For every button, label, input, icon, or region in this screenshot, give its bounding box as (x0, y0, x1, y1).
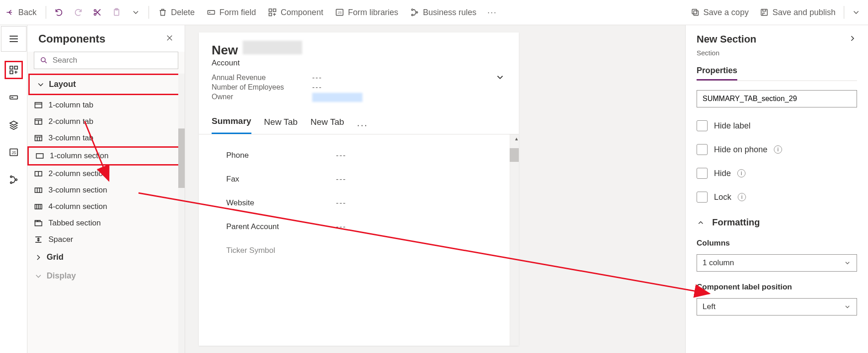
form-card[interactable]: New Account Annual Revenue --- Number of… (199, 32, 519, 346)
label-position-select[interactable]: Left (697, 298, 857, 316)
rail-tree[interactable] (5, 116, 23, 134)
rail-js[interactable]: JS (5, 143, 23, 161)
checkbox[interactable] (697, 168, 708, 179)
cut-button[interactable] (88, 5, 107, 20)
save-publish-button[interactable]: Save and publish (754, 5, 841, 20)
svg-rect-26 (35, 102, 42, 108)
hamburger-button[interactable] (1, 26, 27, 52)
group-display[interactable]: Display (27, 267, 185, 285)
check-hide-phone[interactable]: Hide on phone i (697, 144, 857, 155)
columns-value: 1 column (703, 258, 734, 267)
item-3-column-tab[interactable]: 3-column tab (27, 130, 185, 146)
field-ticker[interactable]: Ticker Symbol (199, 239, 519, 262)
label-position-label: Component label position (697, 283, 857, 292)
components-scrollbar-thumb[interactable] (178, 128, 185, 188)
check-lock[interactable]: Lock i (697, 192, 857, 203)
svg-rect-29 (37, 154, 43, 158)
form-libraries-button[interactable]: JS Form libraries (330, 5, 404, 20)
rp-expand-button[interactable] (848, 34, 857, 45)
chevron-down-icon (852, 8, 861, 17)
item-label: 1-column section (50, 151, 109, 160)
formatting-header[interactable]: Formatting (697, 217, 857, 228)
form-field-button[interactable]: Form field (201, 5, 261, 20)
owner-value-redacted (312, 93, 362, 102)
svg-rect-33 (35, 222, 42, 226)
tab-summary[interactable]: Summary (212, 116, 251, 134)
item-1-column-section[interactable]: 1-column section (27, 146, 185, 166)
info-icon[interactable]: i (774, 145, 782, 154)
columns-select[interactable]: 1 column (697, 254, 857, 272)
header-field-value: --- (312, 83, 322, 91)
form-scroll-up[interactable]: ▴ (515, 135, 518, 142)
tabs-overflow[interactable]: ··· (357, 119, 368, 131)
components-panel: Components Layout 1-column tab 2-column … (27, 25, 185, 353)
redo-button[interactable] (69, 5, 87, 20)
item-3-column-section[interactable]: 3-column section (27, 182, 185, 198)
form-field-label: Form field (219, 8, 256, 17)
svg-rect-13 (692, 9, 697, 14)
form-canvas: New Account Annual Revenue --- Number of… (185, 25, 685, 353)
formatting-label: Formatting (712, 217, 760, 228)
check-hide[interactable]: Hide i (697, 168, 857, 179)
undo-button[interactable] (50, 5, 68, 20)
field-parent-account[interactable]: Parent Account --- (199, 215, 519, 239)
svg-point-23 (10, 182, 12, 184)
item-2-column-section[interactable]: 2-column section (27, 166, 185, 182)
section-name-input[interactable] (697, 90, 857, 107)
tab-new-1[interactable]: New Tab (264, 117, 298, 134)
svg-text:JS: JS (338, 11, 342, 15)
undo-icon (54, 8, 64, 17)
item-4-column-section[interactable]: 4-column section (27, 198, 185, 215)
group-grid[interactable]: Grid (27, 248, 185, 267)
rail-fields[interactable] (5, 88, 23, 107)
chevron-right-icon (34, 253, 43, 262)
field-website[interactable]: Website --- (199, 191, 519, 215)
component-button[interactable]: Component (262, 5, 329, 20)
item-spacer[interactable]: Spacer (27, 231, 185, 248)
toolbar-separator (844, 6, 844, 19)
svg-rect-14 (693, 11, 698, 16)
form-scrollbar-thumb[interactable] (510, 148, 519, 162)
check-label: Hide (714, 169, 731, 178)
info-icon[interactable]: i (737, 169, 746, 177)
paste-button[interactable] (107, 5, 126, 20)
close-icon (165, 34, 174, 42)
back-button[interactable]: Back (0, 5, 42, 20)
components-scrollbar-track[interactable] (178, 74, 185, 353)
header-expand-toggle[interactable] (495, 72, 505, 84)
search-input[interactable] (53, 56, 172, 65)
checkbox[interactable] (697, 120, 708, 131)
group-layout[interactable]: Layout (28, 74, 184, 95)
save-dropdown[interactable] (847, 5, 865, 20)
item-1-column-tab[interactable]: 1-column tab (27, 97, 185, 113)
check-hide-label[interactable]: Hide label (697, 120, 857, 131)
checkbox[interactable] (697, 192, 708, 203)
svg-text:JS: JS (11, 151, 16, 155)
paste-dropdown[interactable] (127, 5, 145, 20)
tabbed-icon (34, 219, 43, 228)
item-label: Tabbed section (48, 219, 101, 228)
form-title-redacted (243, 41, 302, 54)
rail-rules[interactable] (5, 171, 23, 189)
delete-button[interactable]: Delete (153, 5, 200, 20)
svg-point-22 (10, 176, 12, 178)
field-phone[interactable]: Phone --- (199, 144, 519, 167)
tab-new-2[interactable]: New Tab (310, 117, 344, 134)
field-fax[interactable]: Fax --- (199, 167, 519, 191)
rp-tab-properties[interactable]: Properties (697, 66, 737, 80)
close-panel-button[interactable] (165, 34, 174, 44)
business-rules-button[interactable]: Business rules (405, 5, 482, 20)
checkbox[interactable] (697, 144, 708, 155)
trash-icon (158, 8, 167, 17)
item-label: 3-column tab (48, 134, 93, 143)
svg-rect-28 (35, 135, 42, 141)
rail-components[interactable] (5, 61, 23, 79)
item-tabbed-section[interactable]: Tabbed section (27, 215, 185, 231)
toolbar-overflow[interactable]: ··· (483, 5, 501, 20)
save-copy-button[interactable]: Save a copy (685, 5, 754, 20)
components-search[interactable] (34, 52, 178, 69)
clipboard-icon (112, 8, 121, 17)
info-icon[interactable]: i (738, 193, 746, 201)
scissors-icon (93, 8, 102, 17)
item-2-column-tab[interactable]: 2-column tab (27, 113, 185, 130)
